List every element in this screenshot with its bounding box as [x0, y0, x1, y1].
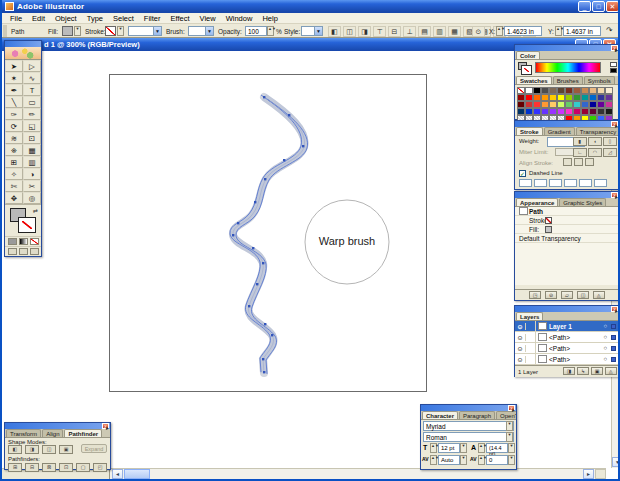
swatch-22[interactable]: [597, 94, 605, 101]
appearance-stroke-row[interactable]: Stroke:: [515, 216, 619, 225]
divide-icon[interactable]: ⊞: [8, 463, 22, 472]
blend-tool-icon[interactable]: ◑: [23, 168, 41, 180]
menu-filter[interactable]: Filter: [139, 14, 166, 23]
swatch-39[interactable]: [541, 108, 549, 115]
swatch-44[interactable]: [581, 108, 589, 115]
distribute-center-icon[interactable]: ▥: [433, 26, 446, 37]
rotate-tool-icon[interactable]: ⟳: [5, 120, 23, 132]
distribute-left-icon[interactable]: ▤: [418, 26, 431, 37]
character-palette-titlebar[interactable]: x: [421, 405, 516, 411]
gradient-tool-icon[interactable]: ▥: [23, 156, 41, 168]
swatch-37[interactable]: [525, 108, 533, 115]
visibility-eye-icon[interactable]: ⊙: [515, 334, 526, 341]
swatch-16[interactable]: [549, 94, 557, 101]
selection-square-icon[interactable]: [611, 324, 616, 329]
tab-gradient[interactable]: Gradient: [544, 127, 575, 135]
tab-graphic-styles[interactable]: Graphic Styles: [559, 198, 606, 206]
tab-character[interactable]: Character: [422, 411, 458, 419]
paintbrush-tool-icon[interactable]: ✑: [5, 108, 23, 120]
palette-menu-icon[interactable]: ▸: [615, 127, 618, 129]
swatch-24[interactable]: [517, 101, 525, 108]
align-bottom-icon[interactable]: ⊥: [403, 26, 416, 37]
appearance-path-row[interactable]: Path: [515, 207, 619, 216]
swatch-1[interactable]: [525, 87, 533, 94]
outline-icon[interactable]: ▢: [76, 463, 90, 472]
add-shape-mode-icon[interactable]: ◧: [8, 445, 22, 454]
clear-appearance-icon[interactable]: ⊘: [545, 291, 557, 299]
palette-menu-icon[interactable]: ▸: [106, 429, 109, 431]
round-cap-icon[interactable]: ◖: [588, 137, 602, 146]
leading-stepper[interactable]: ▲▼: [478, 443, 485, 453]
tab-pathfinder[interactable]: Pathfinder: [64, 429, 102, 437]
swap-fill-stroke-icon[interactable]: ⇄: [33, 207, 38, 214]
visibility-eye-icon[interactable]: ⊙: [515, 345, 526, 352]
type-tool-icon[interactable]: T: [23, 84, 41, 96]
font-style-combo[interactable]: Roman: [423, 432, 514, 442]
color-mode-icon[interactable]: [8, 238, 17, 245]
menu-effect[interactable]: Effect: [166, 14, 195, 23]
projecting-cap-icon[interactable]: ▯: [603, 137, 617, 146]
swatch-32[interactable]: [581, 101, 589, 108]
kerning-arrow-icon[interactable]: ▼: [460, 455, 467, 465]
tab-stroke[interactable]: Stroke: [516, 127, 543, 135]
new-layer-icon[interactable]: ▣: [591, 367, 603, 375]
selected-path[interactable]: [230, 95, 308, 374]
swatch-13[interactable]: [525, 94, 533, 101]
duplicate-item-icon[interactable]: ◫: [577, 291, 589, 299]
swatch-31[interactable]: [573, 101, 581, 108]
lasso-tool-icon[interactable]: ∿: [23, 72, 41, 84]
visibility-eye-icon[interactable]: ⊙: [515, 356, 526, 363]
expand-button[interactable]: Expand: [81, 444, 107, 453]
swatch-33[interactable]: [589, 101, 597, 108]
delete-item-icon[interactable]: ◬: [593, 291, 605, 299]
color-spectrum-bar[interactable]: [535, 62, 601, 73]
opacity-stepper[interactable]: ▲▼: [267, 26, 274, 36]
rectangle-tool-icon[interactable]: ▭: [23, 96, 41, 108]
tracking-input[interactable]: 0: [486, 455, 508, 465]
round-join-icon[interactable]: ◠: [588, 148, 602, 157]
swatch-12[interactable]: [517, 94, 525, 101]
align-center-icon[interactable]: ◫: [343, 26, 356, 37]
new-sublayer-icon[interactable]: ↳: [577, 367, 589, 375]
lock-column[interactable]: [526, 354, 536, 364]
swatch-10[interactable]: [597, 87, 605, 94]
swatch-45[interactable]: [589, 108, 597, 115]
swatch-5[interactable]: [557, 87, 565, 94]
crop-icon[interactable]: ⊡: [59, 463, 73, 472]
free-transform-tool-icon[interactable]: ⊡: [23, 132, 41, 144]
swatch-34[interactable]: [597, 101, 605, 108]
maximize-button[interactable]: □: [592, 1, 605, 12]
black-swatch[interactable]: [610, 68, 617, 73]
tab-paragraph[interactable]: Paragraph: [459, 411, 495, 419]
swatch-8[interactable]: [581, 87, 589, 94]
merge-icon[interactable]: ⊠: [42, 463, 56, 472]
leading-arrow-icon[interactable]: ▼: [508, 443, 515, 453]
style-combo[interactable]: ▼: [301, 26, 323, 36]
stroke-weight-combo[interactable]: ▼: [128, 26, 162, 36]
target-circle-icon[interactable]: ○: [603, 345, 607, 351]
eyedropper-tool-icon[interactable]: ✧: [5, 168, 23, 180]
fill-dropdown-icon[interactable]: ▼: [74, 26, 81, 36]
align-stroke-outside-icon[interactable]: [585, 158, 594, 166]
subtract-shape-mode-icon[interactable]: ◨: [25, 445, 39, 454]
layer-row-path-1[interactable]: ⊙<Path>○: [515, 332, 619, 343]
menu-edit[interactable]: Edit: [27, 14, 50, 23]
layer-name[interactable]: <Path>: [549, 334, 570, 341]
dashed-line-checkbox[interactable]: ✓: [519, 170, 526, 177]
menu-type[interactable]: Type: [82, 14, 108, 23]
dash-input-1[interactable]: [519, 179, 532, 187]
swatch-19[interactable]: [573, 94, 581, 101]
x-stepper[interactable]: ▲▼: [496, 26, 503, 36]
slice-tool-icon[interactable]: ✄: [5, 180, 23, 192]
menu-file[interactable]: File: [5, 14, 27, 23]
color-fill-stroke-icon[interactable]: [518, 62, 532, 74]
gap-input-3[interactable]: [594, 179, 607, 187]
swatch-7[interactable]: [573, 87, 581, 94]
leading-input[interactable]: (14.4 pt): [486, 443, 508, 453]
close-button[interactable]: ✕: [606, 1, 619, 12]
selection-square-icon[interactable]: [611, 346, 616, 351]
tab-color[interactable]: Color: [516, 51, 540, 59]
lock-column[interactable]: [526, 321, 536, 331]
tab-brushes[interactable]: Brushes: [553, 76, 583, 84]
dash-input-2[interactable]: [549, 179, 562, 187]
